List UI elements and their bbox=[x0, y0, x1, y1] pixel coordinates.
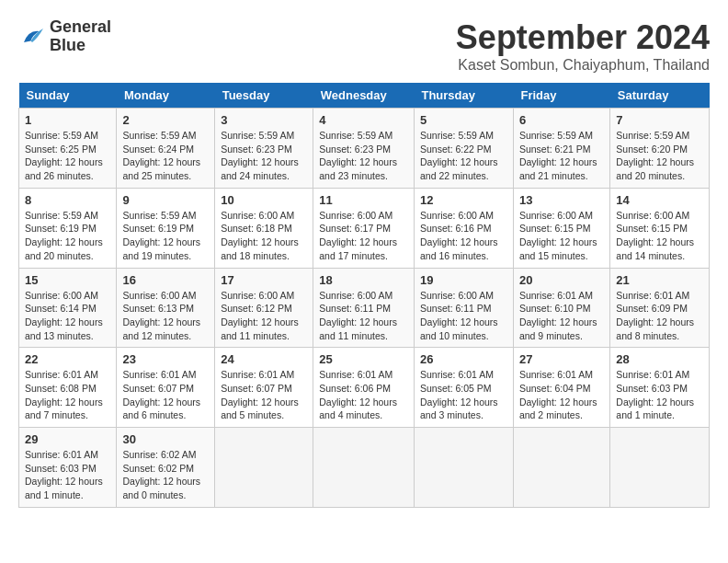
day-number: 2 bbox=[122, 113, 209, 127]
calendar-cell: 27 Sunrise: 6:01 AM Sunset: 6:04 PM Dayl… bbox=[513, 348, 609, 428]
calendar-cell: 18 Sunrise: 6:00 AM Sunset: 6:11 PM Dayl… bbox=[313, 268, 415, 348]
day-number: 17 bbox=[221, 273, 307, 287]
day-info: Sunrise: 5:59 AM Sunset: 6:23 PM Dayligh… bbox=[319, 129, 408, 183]
day-number: 8 bbox=[25, 193, 110, 207]
calendar-table: SundayMondayTuesdayWednesdayThursdayFrid… bbox=[18, 83, 710, 508]
logo-icon bbox=[18, 23, 46, 51]
day-info: Sunrise: 5:59 AM Sunset: 6:19 PM Dayligh… bbox=[122, 209, 209, 263]
calendar-header-row: SundayMondayTuesdayWednesdayThursdayFrid… bbox=[19, 83, 710, 109]
calendar-cell: 2 Sunrise: 5:59 AM Sunset: 6:24 PM Dayli… bbox=[117, 109, 215, 189]
day-number: 1 bbox=[25, 113, 110, 127]
calendar-cell: 20 Sunrise: 6:01 AM Sunset: 6:10 PM Dayl… bbox=[513, 268, 609, 348]
day-number: 23 bbox=[122, 352, 209, 366]
calendar-cell: 25 Sunrise: 6:01 AM Sunset: 6:06 PM Dayl… bbox=[313, 348, 415, 428]
day-number: 16 bbox=[122, 273, 209, 287]
day-number: 25 bbox=[319, 352, 408, 366]
day-number: 5 bbox=[420, 113, 507, 127]
calendar-week-3: 15 Sunrise: 6:00 AM Sunset: 6:14 PM Dayl… bbox=[19, 268, 710, 348]
day-info: Sunrise: 5:59 AM Sunset: 6:25 PM Dayligh… bbox=[25, 129, 110, 183]
day-info: Sunrise: 6:00 AM Sunset: 6:15 PM Dayligh… bbox=[519, 209, 604, 263]
day-info: Sunrise: 6:00 AM Sunset: 6:17 PM Dayligh… bbox=[319, 209, 408, 263]
day-info: Sunrise: 6:01 AM Sunset: 6:10 PM Dayligh… bbox=[519, 289, 604, 343]
calendar-cell: 8 Sunrise: 5:59 AM Sunset: 6:19 PM Dayli… bbox=[19, 188, 117, 268]
day-info: Sunrise: 6:02 AM Sunset: 6:02 PM Dayligh… bbox=[122, 448, 209, 502]
calendar-cell bbox=[513, 428, 609, 508]
day-info: Sunrise: 6:01 AM Sunset: 6:04 PM Dayligh… bbox=[519, 368, 604, 422]
day-number: 15 bbox=[25, 273, 110, 287]
header-wednesday: Wednesday bbox=[313, 83, 415, 109]
day-number: 22 bbox=[25, 352, 110, 366]
day-info: Sunrise: 6:00 AM Sunset: 6:18 PM Dayligh… bbox=[221, 209, 307, 263]
calendar-cell: 28 Sunrise: 6:01 AM Sunset: 6:03 PM Dayl… bbox=[610, 348, 710, 428]
day-info: Sunrise: 6:01 AM Sunset: 6:05 PM Dayligh… bbox=[420, 368, 507, 422]
header-friday: Friday bbox=[513, 83, 609, 109]
calendar-cell: 21 Sunrise: 6:01 AM Sunset: 6:09 PM Dayl… bbox=[610, 268, 710, 348]
day-info: Sunrise: 6:01 AM Sunset: 6:09 PM Dayligh… bbox=[616, 289, 703, 343]
day-info: Sunrise: 6:00 AM Sunset: 6:11 PM Dayligh… bbox=[420, 289, 507, 343]
day-number: 27 bbox=[519, 352, 604, 366]
calendar-cell: 26 Sunrise: 6:01 AM Sunset: 6:05 PM Dayl… bbox=[414, 348, 513, 428]
calendar-cell: 12 Sunrise: 6:00 AM Sunset: 6:16 PM Dayl… bbox=[414, 188, 513, 268]
day-info: Sunrise: 6:01 AM Sunset: 6:03 PM Dayligh… bbox=[616, 368, 703, 422]
page-title: September 2024 bbox=[456, 18, 710, 57]
calendar-cell: 24 Sunrise: 6:01 AM Sunset: 6:07 PM Dayl… bbox=[215, 348, 313, 428]
calendar-cell: 22 Sunrise: 6:01 AM Sunset: 6:08 PM Dayl… bbox=[19, 348, 117, 428]
calendar-cell: 15 Sunrise: 6:00 AM Sunset: 6:14 PM Dayl… bbox=[19, 268, 117, 348]
calendar-week-5: 29 Sunrise: 6:01 AM Sunset: 6:03 PM Dayl… bbox=[19, 428, 710, 508]
calendar-cell: 17 Sunrise: 6:00 AM Sunset: 6:12 PM Dayl… bbox=[215, 268, 313, 348]
day-info: Sunrise: 5:59 AM Sunset: 6:24 PM Dayligh… bbox=[122, 129, 209, 183]
day-number: 10 bbox=[221, 193, 307, 207]
day-number: 21 bbox=[616, 273, 703, 287]
calendar-cell bbox=[414, 428, 513, 508]
calendar-cell bbox=[215, 428, 313, 508]
logo-text: General Blue bbox=[50, 18, 111, 55]
calendar-cell: 5 Sunrise: 5:59 AM Sunset: 6:22 PM Dayli… bbox=[414, 109, 513, 189]
day-number: 14 bbox=[616, 193, 703, 207]
day-info: Sunrise: 6:00 AM Sunset: 6:11 PM Dayligh… bbox=[319, 289, 408, 343]
day-number: 6 bbox=[519, 113, 604, 127]
day-number: 24 bbox=[221, 352, 307, 366]
day-info: Sunrise: 5:59 AM Sunset: 6:22 PM Dayligh… bbox=[420, 129, 507, 183]
day-info: Sunrise: 6:01 AM Sunset: 6:08 PM Dayligh… bbox=[25, 368, 110, 422]
day-info: Sunrise: 6:01 AM Sunset: 6:07 PM Dayligh… bbox=[122, 368, 209, 422]
calendar-cell: 19 Sunrise: 6:00 AM Sunset: 6:11 PM Dayl… bbox=[414, 268, 513, 348]
calendar-cell: 7 Sunrise: 5:59 AM Sunset: 6:20 PM Dayli… bbox=[610, 109, 710, 189]
header: General Blue September 2024 Kaset Sombun… bbox=[18, 18, 710, 74]
day-info: Sunrise: 6:01 AM Sunset: 6:03 PM Dayligh… bbox=[25, 448, 110, 502]
day-info: Sunrise: 5:59 AM Sunset: 6:19 PM Dayligh… bbox=[25, 209, 110, 263]
title-area: September 2024 Kaset Sombun, Chaiyaphum,… bbox=[456, 18, 710, 74]
calendar-cell: 4 Sunrise: 5:59 AM Sunset: 6:23 PM Dayli… bbox=[313, 109, 415, 189]
calendar-week-1: 1 Sunrise: 5:59 AM Sunset: 6:25 PM Dayli… bbox=[19, 109, 710, 189]
header-sunday: Sunday bbox=[19, 83, 117, 109]
day-number: 28 bbox=[616, 352, 703, 366]
day-number: 13 bbox=[519, 193, 604, 207]
calendar-week-4: 22 Sunrise: 6:01 AM Sunset: 6:08 PM Dayl… bbox=[19, 348, 710, 428]
day-number: 19 bbox=[420, 273, 507, 287]
header-saturday: Saturday bbox=[610, 83, 710, 109]
calendar-cell: 30 Sunrise: 6:02 AM Sunset: 6:02 PM Dayl… bbox=[117, 428, 215, 508]
day-info: Sunrise: 6:00 AM Sunset: 6:15 PM Dayligh… bbox=[616, 209, 703, 263]
day-number: 26 bbox=[420, 352, 507, 366]
calendar-cell: 14 Sunrise: 6:00 AM Sunset: 6:15 PM Dayl… bbox=[610, 188, 710, 268]
calendar-cell bbox=[610, 428, 710, 508]
header-tuesday: Tuesday bbox=[215, 83, 313, 109]
day-info: Sunrise: 5:59 AM Sunset: 6:20 PM Dayligh… bbox=[616, 129, 703, 183]
calendar-cell: 23 Sunrise: 6:01 AM Sunset: 6:07 PM Dayl… bbox=[117, 348, 215, 428]
day-number: 7 bbox=[616, 113, 703, 127]
day-info: Sunrise: 6:00 AM Sunset: 6:16 PM Dayligh… bbox=[420, 209, 507, 263]
day-info: Sunrise: 5:59 AM Sunset: 6:21 PM Dayligh… bbox=[519, 129, 604, 183]
day-number: 11 bbox=[319, 193, 408, 207]
calendar-cell: 10 Sunrise: 6:00 AM Sunset: 6:18 PM Dayl… bbox=[215, 188, 313, 268]
header-thursday: Thursday bbox=[414, 83, 513, 109]
day-number: 4 bbox=[319, 113, 408, 127]
page-subtitle: Kaset Sombun, Chaiyaphum, Thailand bbox=[456, 57, 710, 74]
calendar-cell: 9 Sunrise: 5:59 AM Sunset: 6:19 PM Dayli… bbox=[117, 188, 215, 268]
day-number: 18 bbox=[319, 273, 408, 287]
header-monday: Monday bbox=[117, 83, 215, 109]
calendar-cell: 1 Sunrise: 5:59 AM Sunset: 6:25 PM Dayli… bbox=[19, 109, 117, 189]
day-info: Sunrise: 6:01 AM Sunset: 6:07 PM Dayligh… bbox=[221, 368, 307, 422]
day-info: Sunrise: 6:00 AM Sunset: 6:14 PM Dayligh… bbox=[25, 289, 110, 343]
calendar-cell: 3 Sunrise: 5:59 AM Sunset: 6:23 PM Dayli… bbox=[215, 109, 313, 189]
logo: General Blue bbox=[18, 18, 111, 55]
day-number: 12 bbox=[420, 193, 507, 207]
